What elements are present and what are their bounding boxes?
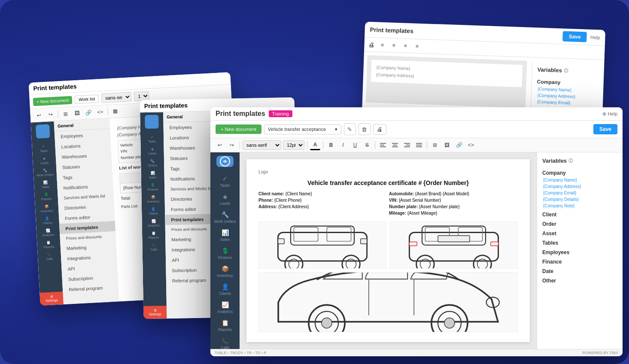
- align-justify-btn[interactable]: ≡: [412, 41, 422, 52]
- var-company-address-item[interactable]: {Company Address}: [537, 183, 623, 190]
- bl-leads[interactable]: ◈Leads: [33, 154, 56, 167]
- bl-img-btn[interactable]: 🖼: [72, 108, 82, 118]
- bl-tasks[interactable]: ✓Tasks: [32, 142, 55, 155]
- bold-button[interactable]: B: [326, 140, 336, 150]
- svg-point-19: [342, 255, 360, 269]
- divider-2: [307, 141, 307, 149]
- sidebar-workorders-label: Work Orders: [214, 219, 236, 224]
- link-button[interactable]: 🔗: [454, 140, 464, 150]
- print-button[interactable]: 🖨: [373, 124, 386, 135]
- divider-4: [375, 141, 375, 149]
- mid-orders[interactable]: 🔧Orders: [141, 157, 164, 169]
- help-icon: ⊕: [602, 111, 606, 117]
- bl-finance[interactable]: 💲Finance: [34, 190, 58, 203]
- sidebar-item-analytics[interactable]: 📈 Analytics: [210, 298, 240, 316]
- sidebar-item-sales[interactable]: 📊 Sales: [210, 226, 240, 244]
- phone-label: Phone:: [258, 198, 273, 203]
- template-name: Vehicle transfer acceptance: [268, 127, 326, 132]
- align-center-button[interactable]: [390, 140, 400, 150]
- bl-orders[interactable]: 🔧Work Orders: [33, 166, 57, 179]
- strikethrough-button[interactable]: S: [362, 140, 372, 150]
- edit-button[interactable]: ✎: [344, 123, 356, 135]
- align-justify-button[interactable]: [414, 140, 424, 150]
- back-right-save-button[interactable]: Save: [562, 31, 587, 42]
- new-document-button[interactable]: + New document: [216, 124, 261, 134]
- tasks-icon: ✓: [221, 175, 229, 182]
- variables-title: Variables ⓘ: [537, 156, 623, 167]
- bl-settings[interactable]: ⚙Settings: [40, 291, 63, 306]
- sidebar-item-calls[interactable]: 📞 Calls: [210, 334, 240, 349]
- bl-analytics[interactable]: 📈Analytics: [36, 226, 60, 239]
- back-left-menu: General Employees Locations Warehouses S…: [54, 118, 119, 304]
- delete-button[interactable]: 🗑: [359, 123, 371, 135]
- var-company-email-item[interactable]: {Company Email}: [537, 190, 623, 196]
- font-family-select[interactable]: sans-serif: [243, 140, 281, 150]
- svg-rect-22: [361, 239, 367, 244]
- mid-leads[interactable]: ◈Leads: [140, 145, 164, 157]
- mid-settings[interactable]: ⚙Settings: [143, 306, 167, 319]
- align-left-button[interactable]: [378, 140, 388, 150]
- template-selector[interactable]: Vehicle transfer acceptance ▾: [264, 124, 341, 134]
- bl-table-btn[interactable]: ⊞: [60, 109, 71, 119]
- align-center-btn[interactable]: ≡: [389, 40, 399, 51]
- bl-code-btn[interactable]: <>: [95, 106, 106, 117]
- undo-button[interactable]: ↩: [215, 140, 225, 150]
- bl-sales[interactable]: 📊Sales: [33, 178, 57, 191]
- bl-clients[interactable]: 👤Clients: [36, 214, 59, 227]
- back-left-worklist-btn[interactable]: Work list: [75, 94, 99, 104]
- bl-redo-btn[interactable]: ↪: [45, 109, 56, 120]
- mid-inventory[interactable]: 📦Inventory: [141, 193, 164, 205]
- plate-label: Number plate:: [389, 204, 418, 209]
- sidebar-item-leads[interactable]: ◈ Leads: [210, 190, 240, 208]
- car-side-view: [258, 272, 518, 332]
- svg-rect-13: [278, 232, 367, 261]
- align-left-btn[interactable]: ≡: [377, 39, 388, 50]
- back-left-font-select[interactable]: sans-serif: [101, 92, 132, 103]
- sidebar-item-tasks[interactable]: ✓ Tasks: [210, 172, 240, 190]
- image-button[interactable]: 🖼: [442, 140, 452, 150]
- main-toolbar: + New document Vehicle transfer acceptan…: [210, 121, 623, 138]
- var-company-name-item[interactable]: {Company Name}: [537, 177, 623, 183]
- align-right-btn[interactable]: ≡: [400, 40, 411, 51]
- underline-button[interactable]: U: [350, 140, 360, 150]
- color-picker-btn[interactable]: A: [310, 140, 320, 150]
- mid-sales[interactable]: 📊Sales: [141, 169, 164, 181]
- editor-body: ✓ Tasks ◈ Leads 🔧 Work Orders 📊 Sales 💲 …: [210, 152, 623, 349]
- svg-point-17: [285, 255, 303, 269]
- mid-finance[interactable]: 💲Finance: [141, 181, 164, 193]
- mid-analytics[interactable]: 📈Analytics: [142, 217, 165, 229]
- bl-inventory[interactable]: 📦Inventory: [35, 202, 58, 215]
- italic-button[interactable]: I: [338, 140, 348, 150]
- sidebar-item-clients[interactable]: 👤 Clients: [210, 280, 240, 298]
- bl-reports[interactable]: 📋Reports: [37, 238, 61, 251]
- bl-grid-btn[interactable]: ▦: [110, 106, 121, 117]
- var-section-order: Order: [537, 218, 623, 228]
- sidebar-item-reports[interactable]: 📋 Reports: [210, 316, 240, 334]
- editor-toolbar: ↩ ↪ sans-serif 12pt A B I U S ⊞ 🖼 🔗: [210, 138, 623, 152]
- sidebar-item-finance[interactable]: 💲 Finance: [210, 244, 240, 262]
- code-button[interactable]: <>: [466, 140, 476, 150]
- mid-calls[interactable]: 📞Calls: [142, 241, 165, 253]
- align-right-button[interactable]: [402, 140, 412, 150]
- font-size-select[interactable]: 12pt: [283, 140, 304, 150]
- bl-link-btn[interactable]: 🔗: [83, 107, 94, 118]
- car-front-view: [258, 221, 386, 269]
- leads-icon: ◈: [221, 193, 229, 200]
- svg-rect-33: [491, 242, 498, 246]
- save-button[interactable]: Save: [593, 124, 617, 134]
- back-left-new-btn[interactable]: + New document: [33, 96, 73, 106]
- var-company-details-item[interactable]: {Company Details}: [537, 196, 623, 203]
- bl-undo-btn[interactable]: ↩: [33, 110, 44, 121]
- back-left-logo: [36, 124, 50, 139]
- mid-tasks[interactable]: ✓Tasks: [140, 133, 164, 145]
- bl-calls[interactable]: 📞Calls: [37, 250, 61, 263]
- mid-reports[interactable]: 📋Reports: [142, 229, 165, 241]
- mid-clients[interactable]: 👤Clients: [142, 205, 165, 217]
- help-link[interactable]: ⊕ Help: [602, 111, 617, 117]
- var-company-note-item[interactable]: {Company Note}: [537, 203, 623, 209]
- table-button[interactable]: ⊞: [430, 140, 440, 150]
- sidebar-item-workorders[interactable]: 🔧 Work Orders: [210, 208, 240, 226]
- car-side-section: [258, 272, 518, 332]
- sidebar-item-inventory[interactable]: 📦 Inventory: [210, 262, 240, 280]
- redo-button[interactable]: ↪: [227, 140, 237, 150]
